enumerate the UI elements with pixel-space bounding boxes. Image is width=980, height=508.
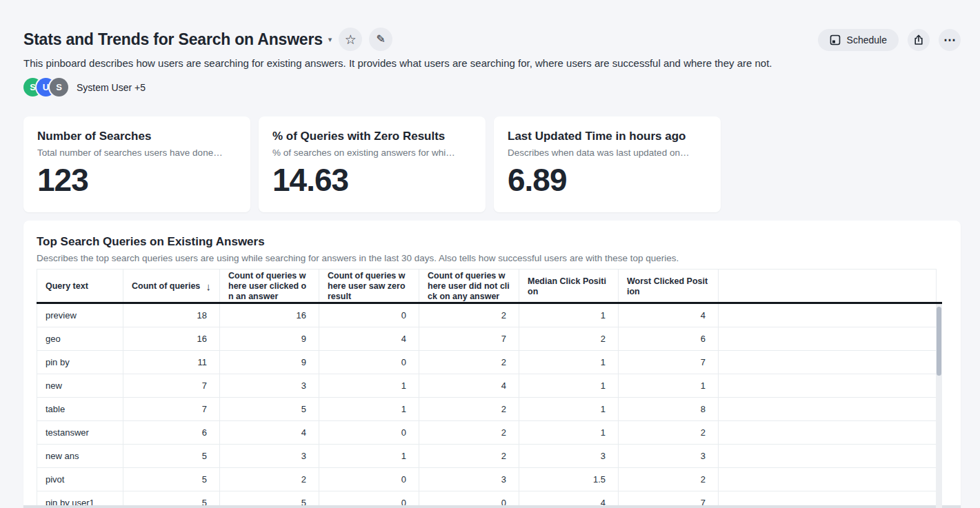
table-section-title: Top Search Queries on Existing Answers	[37, 235, 948, 249]
top-search-queries-card: Top Search Queries on Existing Answers D…	[23, 221, 961, 508]
value-cell: 0	[319, 468, 419, 491]
table-section-description: Describes the top search queries users a…	[37, 253, 948, 263]
value-cell: 2	[419, 398, 519, 421]
value-cell: 1	[519, 421, 619, 445]
value-cell: 5	[220, 398, 319, 421]
kpi-subtitle: Total number of searches users have done…	[37, 148, 237, 158]
query-text-cell: preview	[37, 304, 123, 327]
value-cell: 1	[319, 398, 419, 421]
value-cell: 5	[123, 468, 220, 491]
value-cell: 5	[123, 445, 220, 468]
empty-cell	[719, 398, 937, 421]
table-header-underline	[37, 302, 942, 304]
avatar[interactable]: S	[50, 78, 68, 96]
authors-row: S U S System User +5	[23, 78, 772, 96]
kpi-title: Number of Searches	[37, 130, 237, 143]
vertical-scrollbar[interactable]	[936, 304, 942, 508]
table-row[interactable]: pivot52031.52	[37, 468, 937, 491]
header-left: Stats and Trends for Search on Answers ▾…	[23, 28, 772, 96]
value-cell: 1.5	[519, 468, 619, 491]
empty-cell	[719, 351, 937, 374]
column-header-median-click-position[interactable]: Median Click Position	[519, 270, 619, 304]
value-cell: 16	[123, 327, 220, 351]
table-body: preview18160214geo1694726pin by1190217ne…	[37, 304, 937, 508]
empty-cell	[719, 374, 937, 398]
empty-cell	[719, 421, 937, 445]
page-title: Stats and Trends for Search on Answers	[23, 30, 323, 49]
query-text-cell: new	[37, 374, 123, 398]
value-cell: 7	[419, 327, 519, 351]
kpi-card-last-updated[interactable]: Last Updated Time in hours ago Describes…	[494, 116, 721, 212]
schedule-button[interactable]: Schedule	[818, 29, 899, 51]
vertical-scrollbar-thumb[interactable]	[937, 307, 941, 376]
pinboard-page: Stats and Trends for Search on Answers ▾…	[0, 0, 980, 508]
value-cell: 4	[220, 421, 319, 445]
value-cell: 18	[123, 304, 220, 327]
value-cell: 9	[220, 351, 319, 374]
value-cell: 8	[619, 398, 719, 421]
value-cell: 3	[220, 445, 319, 468]
value-cell: 6	[123, 421, 220, 445]
value-cell: 2	[619, 468, 719, 491]
query-text-cell: table	[37, 398, 123, 421]
column-header-count-of-queries[interactable]: Count of queries ↓	[123, 270, 220, 304]
horizontal-scrollbar[interactable]	[23, 505, 961, 508]
pinboard-header: Stats and Trends for Search on Answers ▾…	[0, 0, 980, 96]
table-row[interactable]: new ans531233	[37, 445, 937, 468]
value-cell: 2	[419, 421, 519, 445]
table-row[interactable]: testanswer640212	[37, 421, 937, 445]
table-row[interactable]: preview18160214	[37, 304, 937, 327]
column-header-did-not-click[interactable]: Count of queries where user did not clic…	[419, 270, 519, 304]
star-icon: ☆	[345, 33, 357, 46]
value-cell: 4	[319, 327, 419, 351]
value-cell: 1	[319, 374, 419, 398]
query-text-cell: testanswer	[37, 421, 123, 445]
table-header: Query text Count of queries ↓ Count of q…	[37, 270, 937, 304]
value-cell: 0	[319, 304, 419, 327]
kpi-subtitle: % of searches on existing answers for wh…	[272, 148, 472, 158]
value-cell: 3	[519, 445, 619, 468]
value-cell: 2	[419, 445, 519, 468]
kpi-card-number-of-searches[interactable]: Number of Searches Total number of searc…	[23, 116, 250, 212]
column-header-worst-clicked-position[interactable]: Worst Clicked Position	[619, 270, 719, 304]
column-header-clicked-on-answer[interactable]: Count of queries where user clicked on a…	[220, 270, 319, 304]
kpi-subtitle: Describes when data was last updated on…	[508, 148, 707, 158]
empty-cell	[719, 327, 937, 351]
kpi-title: % of Queries with Zero Results	[272, 130, 472, 143]
value-cell: 9	[220, 327, 319, 351]
kpi-row: Number of Searches Total number of searc…	[23, 116, 980, 212]
table-row[interactable]: new731411	[37, 374, 937, 398]
favorite-button[interactable]: ☆	[339, 28, 362, 51]
pinboard-description: This pinboard describes how users are se…	[23, 57, 772, 69]
pencil-icon: ✎	[377, 34, 386, 45]
title-dropdown-caret-icon[interactable]: ▾	[328, 35, 332, 44]
value-cell: 3	[619, 445, 719, 468]
query-text-cell: new ans	[37, 445, 123, 468]
more-options-button[interactable]: ⋯	[939, 29, 961, 51]
kpi-value: 123	[37, 161, 237, 199]
value-cell: 2	[419, 351, 519, 374]
share-button[interactable]	[908, 29, 930, 51]
value-cell: 0	[319, 421, 419, 445]
table-row[interactable]: pin by1190217	[37, 351, 937, 374]
ellipsis-icon: ⋯	[943, 34, 956, 46]
column-header-query-text[interactable]: Query text	[37, 270, 123, 304]
value-cell: 7	[123, 398, 220, 421]
value-cell: 11	[123, 351, 220, 374]
value-cell: 1	[519, 374, 619, 398]
empty-cell	[719, 304, 937, 327]
edit-button[interactable]: ✎	[369, 28, 392, 51]
table-row[interactable]: geo1694726	[37, 327, 937, 351]
table-row[interactable]: table751218	[37, 398, 937, 421]
kpi-card-zero-results[interactable]: % of Queries with Zero Results % of sear…	[259, 116, 486, 212]
value-cell: 1	[519, 304, 619, 327]
column-header-saw-zero-result[interactable]: Count of queries where user saw zero res…	[319, 270, 419, 304]
value-cell: 4	[619, 304, 719, 327]
value-cell: 4	[419, 374, 519, 398]
authors-label[interactable]: System User +5	[77, 82, 146, 93]
value-cell: 2	[619, 421, 719, 445]
query-text-cell: geo	[37, 327, 123, 351]
schedule-label: Schedule	[847, 34, 887, 45]
kpi-value: 6.89	[508, 161, 707, 199]
search-queries-table: Query text Count of queries ↓ Count of q…	[37, 269, 937, 508]
